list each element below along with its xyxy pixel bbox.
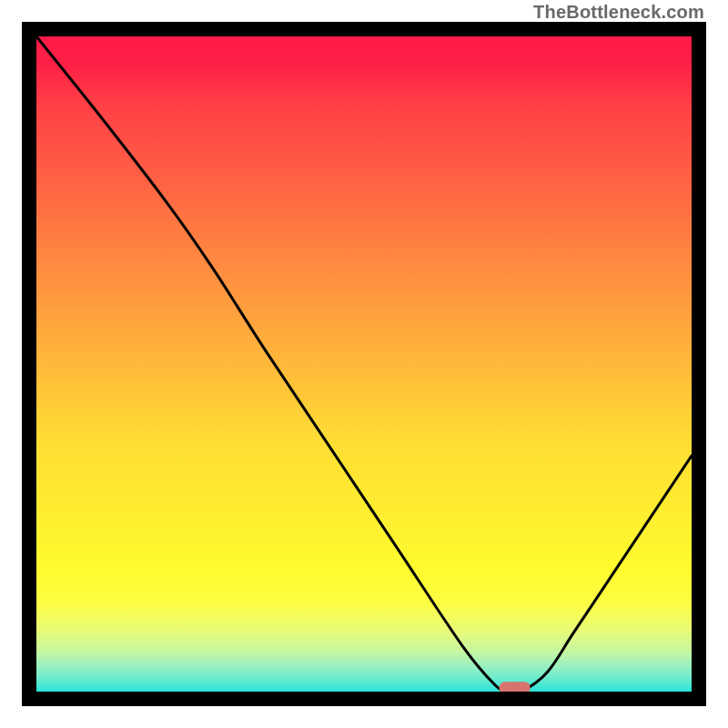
gradient-background [22, 22, 706, 706]
watermark-text: TheBottleneck.com [533, 2, 704, 23]
chart-container: TheBottleneck.com [0, 0, 728, 728]
